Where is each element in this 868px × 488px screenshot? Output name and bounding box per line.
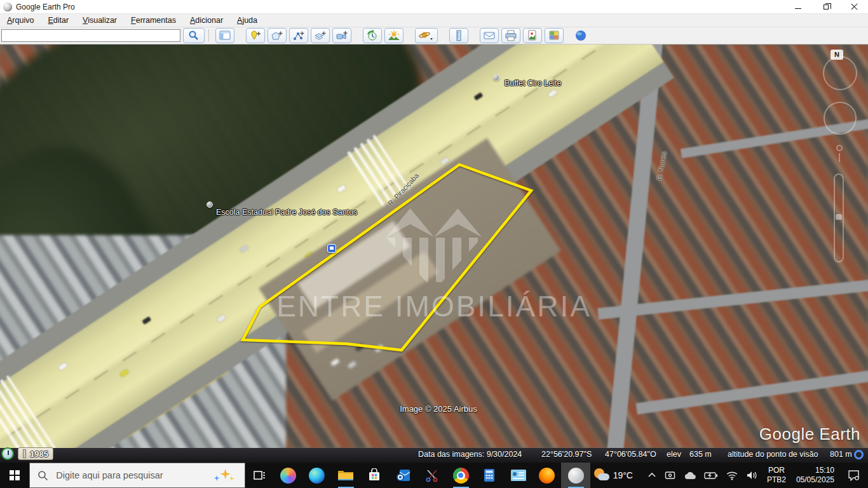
restore-icon — [824, 4, 829, 10]
ruler-button[interactable] — [449, 28, 468, 43]
search-input[interactable] — [1, 29, 180, 42]
minimize-button[interactable] — [784, 0, 812, 14]
view-in-maps-button[interactable] — [545, 28, 564, 43]
restore-button[interactable] — [812, 0, 840, 14]
tray-onedrive-button[interactable] — [680, 463, 700, 488]
sidebar-toggle-button[interactable] — [215, 28, 234, 43]
elevation-label: elev — [667, 450, 681, 459]
onedrive-cloud-icon — [684, 471, 696, 480]
save-image-button[interactable] — [523, 28, 542, 43]
historical-imagery-button[interactable] — [363, 28, 382, 43]
bus-stop-icon[interactable] — [327, 244, 336, 253]
poi-dot-escola[interactable] — [207, 201, 213, 208]
parked-car — [330, 358, 340, 367]
sidebar-icon — [219, 30, 231, 41]
parked-car — [375, 344, 384, 353]
eye-altitude-label: altitude do ponto de visão — [728, 450, 818, 459]
taskbar-search-box[interactable]: Digite aqui para pesquisar — [29, 463, 245, 488]
tray-volume-button[interactable] — [742, 463, 763, 488]
task-view-icon — [254, 470, 266, 482]
taskbar-photos-app[interactable] — [504, 463, 532, 488]
historical-imagery-icon — [366, 30, 379, 41]
globe-button[interactable] — [571, 28, 590, 43]
copilot-icon — [280, 468, 296, 484]
record-tour-icon — [336, 30, 348, 41]
save-image-icon — [526, 30, 539, 41]
task-view-button[interactable] — [245, 463, 274, 488]
wifi-icon — [726, 470, 738, 480]
tray-chevron-button[interactable] — [637, 463, 661, 488]
taskbar-snipping-tool[interactable] — [417, 463, 446, 488]
ruler-icon — [452, 30, 465, 41]
main-toolbar — [0, 27, 868, 44]
close-icon — [851, 3, 858, 10]
zoom-slider[interactable] — [834, 173, 844, 262]
weather-temperature: 19°C — [613, 470, 633, 480]
taskbar-google-earth-pro-active[interactable] — [561, 463, 590, 488]
sunlight-button[interactable] — [384, 28, 403, 43]
history-slider-handle[interactable] — [23, 449, 26, 458]
taskbar-outlook[interactable] — [389, 463, 417, 488]
planets-button[interactable] — [415, 28, 438, 43]
poi-dot-buffet[interactable] — [493, 74, 499, 81]
imagery-date: Data das imagens: 9/30/2024 — [418, 450, 522, 459]
taskbar-file-explorer[interactable] — [331, 463, 360, 488]
search-button[interactable] — [183, 28, 205, 43]
taskbar-calculator[interactable] — [475, 463, 504, 488]
historical-imagery-control[interactable]: 1985 — [1, 445, 53, 462]
taskbar-firefox[interactable] — [532, 463, 561, 488]
tray-battery-button[interactable] — [700, 463, 722, 488]
weather-widget[interactable]: 19°C — [590, 463, 637, 488]
saturn-icon — [419, 30, 434, 41]
tray-wifi-button[interactable] — [722, 463, 742, 488]
language-line1: POR — [767, 466, 786, 475]
windows-logo-icon — [10, 470, 20, 480]
move-joystick[interactable] — [824, 102, 857, 135]
add-image-overlay-button[interactable] — [311, 28, 330, 43]
eye-altitude-value: 801 m — [830, 450, 852, 459]
menu-ajuda[interactable]: Ajuda — [230, 15, 264, 26]
email-button[interactable] — [480, 28, 499, 43]
parked-car — [348, 361, 357, 369]
google-earth-pro-icon — [568, 468, 584, 484]
menu-adicionar[interactable]: Adicionar — [183, 15, 230, 26]
file-explorer-icon — [337, 468, 354, 482]
google-earth-app-icon — [3, 3, 12, 11]
language-line2: PTB2 — [767, 475, 786, 485]
latitude: 22°56'20.97"S — [541, 450, 592, 459]
taskbar-store[interactable] — [360, 463, 389, 488]
volume-icon — [746, 470, 759, 480]
globe-icon — [574, 29, 588, 42]
map-viewport[interactable]: ENTRE IMOBILIÁRIA Buffet Ciro Leite Esco… — [0, 44, 868, 448]
menu-editar[interactable]: Editar — [41, 15, 76, 26]
taskbar-clock[interactable]: 15:10 05/05/2025 — [790, 466, 840, 485]
history-year-box[interactable]: 1985 — [18, 447, 53, 460]
poi-label-buffet[interactable]: Buffet Ciro Leite — [505, 79, 561, 88]
taskbar-copilot[interactable] — [274, 463, 302, 488]
notification-center-button[interactable] — [840, 463, 868, 488]
add-placemark-button[interactable] — [246, 28, 265, 43]
taskbar-chrome[interactable] — [446, 463, 475, 488]
language-indicator[interactable]: POR PTB2 — [763, 466, 790, 485]
poi-label-escola[interactable]: Escola Estadual Padre José dos Santos — [216, 208, 357, 217]
record-tour-button[interactable] — [332, 28, 351, 43]
placemark-icon — [249, 30, 262, 41]
taskbar-edge[interactable] — [302, 463, 331, 488]
add-polygon-button[interactable] — [268, 28, 287, 43]
tray-cast-button[interactable] — [661, 463, 680, 488]
parked-car — [355, 344, 365, 352]
streaming-indicator-icon — [854, 450, 864, 459]
store-icon — [367, 468, 381, 482]
menu-arquivo[interactable]: Arquivo — [0, 15, 41, 26]
street-view-pegman[interactable] — [836, 145, 843, 151]
look-joystick[interactable] — [823, 56, 857, 90]
zoom-slider-knob[interactable] — [836, 214, 842, 220]
menu-visualizar[interactable]: Visualizar — [76, 15, 124, 26]
print-button[interactable] — [501, 28, 520, 43]
add-path-button[interactable] — [289, 28, 308, 43]
start-button[interactable] — [0, 463, 29, 488]
history-clock-icon[interactable] — [1, 447, 14, 460]
menu-ferramentas[interactable]: Ferramentas — [124, 15, 183, 26]
close-button[interactable] — [840, 0, 868, 14]
clock-date: 05/05/2025 — [796, 475, 834, 485]
